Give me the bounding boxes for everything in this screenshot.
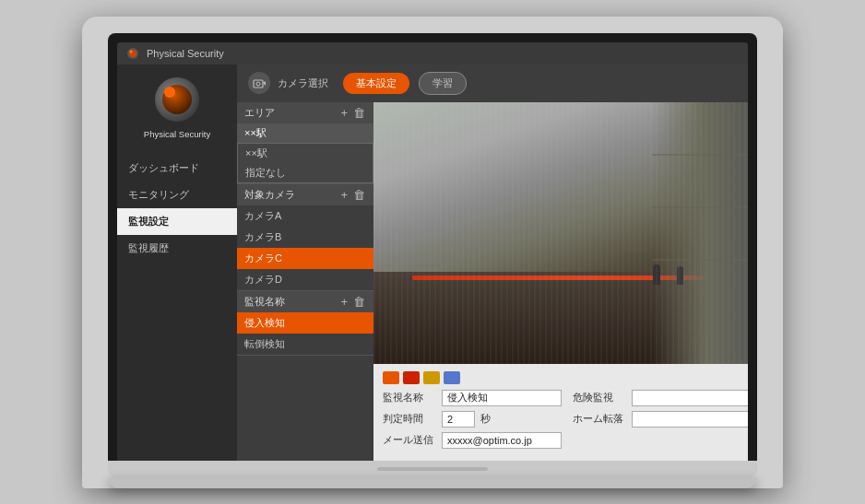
camera-feed-inner <box>373 102 748 364</box>
home-fall-label: ホーム転落 <box>573 412 626 426</box>
detection-icon-orange <box>383 371 399 384</box>
home-fall-row: ホーム転落 <box>573 411 748 428</box>
monitor-name-row: 監視名称 <box>383 390 562 406</box>
area-option-1[interactable]: 指定なし <box>238 163 373 182</box>
tab-bar-left: カメラ選択 <box>248 72 328 94</box>
judge-time-label: 判定時間 <box>383 412 436 426</box>
settings-left-col: 監視名称 判定時間 秒 <box>383 390 562 453</box>
title-bar-text: Physical Security <box>147 48 224 59</box>
main-panel: カメラ選択 基本設定 学習 エリア <box>237 64 748 461</box>
monitor-name-section-header: 監視名称 + 🗑 <box>237 291 373 312</box>
laptop-screen: Physical Security Physical Security ダッシュ… <box>117 42 748 461</box>
settings-two-col: 監視名称 判定時間 秒 <box>383 390 748 453</box>
content-area: エリア + 🗑 ××駅 ××駅 指定なし <box>237 102 748 461</box>
app-icon <box>126 47 139 60</box>
monitor-item-0[interactable]: 侵入検知 <box>237 312 373 334</box>
list-panel: エリア + 🗑 ××駅 ××駅 指定なし <box>237 102 373 461</box>
app-layout: Physical Security ダッシュボード モニタリング 監視設定 監視… <box>117 64 748 461</box>
sidebar-app-name: Physical Security <box>138 129 216 140</box>
camera-section: 対象カメラ + 🗑 カメラA カメラB カメラC カメラD <box>237 184 373 291</box>
sidebar-item-surveillance-settings[interactable]: 監視設定 <box>117 208 237 235</box>
camera-feed <box>373 102 748 364</box>
detection-icon-yellow <box>423 371 440 384</box>
danger-monitor-label: 危険監視 <box>573 391 626 404</box>
laptop-container: Physical Security Physical Security ダッシュ… <box>82 17 783 488</box>
area-section-header: エリア + 🗑 <box>237 102 373 123</box>
camera-section-actions: + 🗑 <box>339 188 366 202</box>
camera-item-3[interactable]: カメラD <box>237 269 373 290</box>
sidebar-item-dashboard[interactable]: ダッシュボード <box>117 155 237 182</box>
area-section-title: エリア <box>244 106 275 120</box>
svg-point-5 <box>256 82 260 86</box>
monitor-name-section-title: 監視名称 <box>244 295 285 309</box>
camera-section-title: 対象カメラ <box>244 188 295 202</box>
detection-icons <box>383 371 748 384</box>
area-section: エリア + 🗑 ××駅 ××駅 指定なし <box>237 102 373 184</box>
screen-bezel: Physical Security Physical Security ダッシュ… <box>108 33 757 461</box>
camera-add-button[interactable]: + <box>339 188 349 202</box>
area-dropdown: ××駅 指定なし <box>237 143 373 183</box>
detection-icon-blue <box>444 371 460 384</box>
title-bar: Physical Security <box>117 42 748 64</box>
sidebar: Physical Security ダッシュボード モニタリング 監視設定 監視… <box>117 64 237 461</box>
monitor-name-section-actions: + 🗑 <box>339 295 366 309</box>
area-selected-row[interactable]: ××駅 <box>237 123 373 143</box>
judge-time-unit: 秒 <box>480 412 491 426</box>
area-delete-button[interactable]: 🗑 <box>352 106 366 120</box>
app-logo <box>155 77 199 122</box>
tab-bar: カメラ選択 基本設定 学習 <box>237 64 748 102</box>
svg-rect-3 <box>254 80 263 88</box>
danger-monitor-row: 危険監視 <box>573 390 748 406</box>
camera-select-label: カメラ選択 <box>278 76 328 90</box>
svg-point-2 <box>130 50 133 53</box>
area-option-0[interactable]: ××駅 <box>238 144 373 163</box>
area-section-actions: + 🗑 <box>339 106 366 120</box>
mail-send-row: メール送信 <box>383 432 562 449</box>
camera-icon <box>248 72 270 94</box>
tab-learning[interactable]: 学習 <box>419 72 467 95</box>
area-add-button[interactable]: + <box>339 106 349 120</box>
laptop-bottom <box>108 461 757 477</box>
laptop-base <box>108 477 757 488</box>
mail-send-label: メール送信 <box>383 433 436 447</box>
sidebar-item-surveillance-history[interactable]: 監視履歴 <box>117 235 237 262</box>
tab-basic-settings[interactable]: 基本設定 <box>343 73 409 94</box>
settings-panel: 監視名称 判定時間 秒 <box>373 364 748 461</box>
camera-item-1[interactable]: カメラB <box>237 227 373 248</box>
detection-icon-red <box>403 371 420 384</box>
monitor-name-label: 監視名称 <box>383 391 436 404</box>
judge-time-row: 判定時間 秒 <box>383 411 562 428</box>
monitor-name-input[interactable] <box>442 390 562 406</box>
camera-section-header: 対象カメラ + 🗑 <box>237 184 373 205</box>
sidebar-item-monitoring[interactable]: モニタリング <box>117 182 237 208</box>
monitor-delete-button[interactable]: 🗑 <box>352 295 366 309</box>
monitor-name-section: 監視名称 + 🗑 侵入検知 転倒検知 <box>237 291 373 356</box>
camera-delete-button[interactable]: 🗑 <box>352 188 366 202</box>
right-panel: 監視名称 判定時間 秒 <box>373 102 748 461</box>
monitor-add-button[interactable]: + <box>339 295 349 309</box>
danger-monitor-input[interactable] <box>632 390 748 406</box>
settings-right-col: 危険監視 ホーム転落 <box>573 390 748 453</box>
camera-overlay <box>373 102 748 364</box>
judge-time-input[interactable] <box>442 411 475 428</box>
sidebar-nav: ダッシュボード モニタリング 監視設定 監視履歴 <box>117 155 237 262</box>
monitor-item-1[interactable]: 転倒検知 <box>237 334 373 355</box>
home-fall-input[interactable] <box>632 411 748 428</box>
mail-send-input[interactable] <box>442 432 562 449</box>
camera-item-0[interactable]: カメラA <box>237 205 373 227</box>
camera-item-2[interactable]: カメラC <box>237 248 373 269</box>
